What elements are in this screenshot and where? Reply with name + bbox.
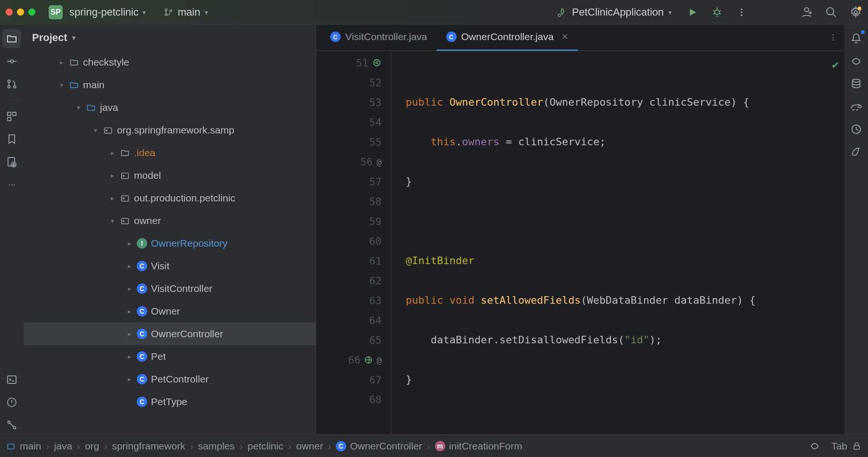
tree-arrow-icon[interactable]: ▸: [108, 149, 116, 157]
project-tree[interactable]: ▸checkstyle▾main▾java▾org.springframewor…: [24, 51, 316, 434]
branch-selector[interactable]: main ▾: [164, 6, 209, 18]
tree-row[interactable]: ▾org.springframework.samp: [24, 119, 316, 141]
more-actions-button[interactable]: [735, 6, 748, 19]
breadcrumb-item[interactable]: petclinic: [248, 440, 284, 452]
close-window-button[interactable]: [6, 8, 13, 16]
gradle-tool-button[interactable]: [847, 97, 866, 116]
gutter-line[interactable]: 67: [316, 370, 391, 390]
gutter-line[interactable]: 56@: [316, 152, 391, 172]
tree-row[interactable]: CPetType: [24, 391, 316, 413]
commit-tool-button[interactable]: [2, 52, 21, 71]
project-panel-header[interactable]: Project ▾: [24, 25, 316, 51]
ai-assistant-button[interactable]: [847, 52, 866, 71]
code-content[interactable]: ✔ public OwnerController(OwnerRepository…: [392, 51, 844, 434]
breadcrumb-method[interactable]: m initCreationForm: [435, 440, 522, 452]
tree-arrow-icon[interactable]: ▾: [58, 81, 65, 89]
tree-arrow-icon[interactable]: ▾: [75, 104, 82, 111]
project-tool-button[interactable]: [2, 29, 21, 48]
maximize-window-button[interactable]: [28, 8, 35, 16]
tree-row[interactable]: ▸CVisitController: [24, 277, 316, 300]
tree-row[interactable]: ▾java: [24, 96, 316, 119]
tree-row[interactable]: ▸IOwnerRepository: [24, 232, 316, 255]
close-tab-button[interactable]: ✕: [561, 32, 568, 42]
database-side-button[interactable]: $: [2, 152, 21, 171]
tree-arrow-icon[interactable]: ▾: [92, 126, 99, 134]
tree-arrow-icon[interactable]: ▸: [108, 172, 116, 179]
editor-tab[interactable]: CVisitController.java: [321, 25, 437, 51]
notifications-button[interactable]: [847, 29, 866, 48]
gutter-line[interactable]: 64: [316, 310, 391, 330]
coverage-tool-button[interactable]: [847, 120, 866, 139]
tree-row[interactable]: ▸CPet: [24, 345, 316, 368]
gutter-line[interactable]: 62: [316, 271, 391, 291]
breadcrumb-item[interactable]: owner: [296, 440, 323, 452]
tree-row[interactable]: ▸COwnerController: [24, 323, 316, 345]
breadcrumb-item[interactable]: main: [20, 440, 42, 452]
tree-arrow-icon[interactable]: ▸: [58, 58, 65, 66]
tree-arrow-icon[interactable]: ▸: [125, 330, 133, 338]
editor-tab[interactable]: COwnerController.java✕: [437, 25, 578, 51]
gutter-line[interactable]: 52: [316, 73, 391, 92]
gutter[interactable]: 515253545556@57585960616263646566@6768: [316, 51, 392, 434]
settings-button[interactable]: [849, 6, 862, 19]
spiral-icon[interactable]: [810, 441, 820, 451]
gutter-line[interactable]: 51: [316, 53, 391, 73]
structure-tool-button[interactable]: [2, 107, 21, 126]
breadcrumb-item[interactable]: samples: [198, 440, 235, 452]
tree-row[interactable]: ▸.idea: [24, 141, 316, 164]
tree-row[interactable]: ▸model: [24, 164, 316, 187]
tree-row[interactable]: ▸out.production.petclinic: [24, 187, 316, 209]
tree-row[interactable]: ▸CVisit: [24, 255, 316, 277]
pull-requests-tool-button[interactable]: [2, 75, 21, 93]
terminal-tool-button[interactable]: [2, 370, 21, 389]
project-selector[interactable]: spring-petclinic ▾: [69, 6, 146, 18]
tree-label: org.springframework.samp: [117, 125, 234, 136]
run-config-selector[interactable]: PetClinicApplication ▾: [557, 6, 672, 18]
inspection-ok-icon[interactable]: ✔: [832, 55, 839, 75]
tree-row[interactable]: ▾owner: [24, 209, 316, 232]
gutter-line[interactable]: 59: [316, 211, 391, 231]
tree-row[interactable]: ▾main: [24, 74, 316, 96]
breadcrumb-class[interactable]: C OwnerController: [336, 440, 422, 452]
lock-icon[interactable]: [852, 441, 861, 451]
tree-row[interactable]: ▸CPetController: [24, 368, 316, 391]
gutter-line[interactable]: 63: [316, 291, 391, 310]
tree-arrow-icon[interactable]: ▸: [125, 285, 133, 292]
breadcrumb-item[interactable]: java: [54, 440, 73, 452]
database-tool-button[interactable]: [847, 75, 866, 93]
search-button[interactable]: [825, 6, 838, 19]
tree-arrow-icon[interactable]: ▸: [108, 194, 116, 202]
minimize-window-button[interactable]: [17, 8, 24, 16]
class-icon: C: [137, 329, 147, 339]
tree-arrow-icon[interactable]: ▾: [108, 217, 116, 224]
problems-tool-button[interactable]: [2, 393, 21, 412]
tree-row[interactable]: ▸COwner: [24, 300, 316, 323]
gutter-line[interactable]: 53: [316, 92, 391, 112]
tree-row[interactable]: ▸checkstyle: [24, 51, 316, 74]
debug-button[interactable]: [710, 6, 724, 19]
gutter-line[interactable]: 68: [316, 390, 391, 409]
gutter-line[interactable]: 60: [316, 231, 391, 251]
gutter-line[interactable]: 55: [316, 132, 391, 152]
gutter-line[interactable]: 54: [316, 112, 391, 132]
tree-arrow-icon[interactable]: ▸: [125, 375, 133, 383]
breadcrumb-item[interactable]: springframework: [112, 440, 185, 452]
gutter-line[interactable]: 57: [316, 172, 391, 191]
gutter-line[interactable]: 66@: [316, 350, 391, 370]
bookmarks-tool-button[interactable]: [2, 130, 21, 149]
code-with-me-button[interactable]: [800, 6, 813, 19]
gutter-line[interactable]: 58: [316, 191, 391, 211]
tree-arrow-icon[interactable]: ▸: [125, 240, 133, 247]
spring-tool-button[interactable]: [847, 142, 866, 161]
tree-arrow-icon[interactable]: ▸: [125, 353, 133, 360]
tabs-menu-button[interactable]: ⋮: [822, 33, 844, 42]
gutter-line[interactable]: 65: [316, 330, 391, 350]
version-control-tool-button[interactable]: [2, 415, 21, 434]
breadcrumb-item[interactable]: org: [85, 440, 99, 452]
more-tool-windows-button[interactable]: ⋯: [2, 175, 21, 194]
folder-icon: [69, 58, 79, 67]
gutter-line[interactable]: 61: [316, 251, 391, 271]
run-button[interactable]: [686, 6, 699, 19]
tree-arrow-icon[interactable]: ▸: [125, 307, 133, 315]
tree-arrow-icon[interactable]: ▸: [125, 262, 133, 270]
